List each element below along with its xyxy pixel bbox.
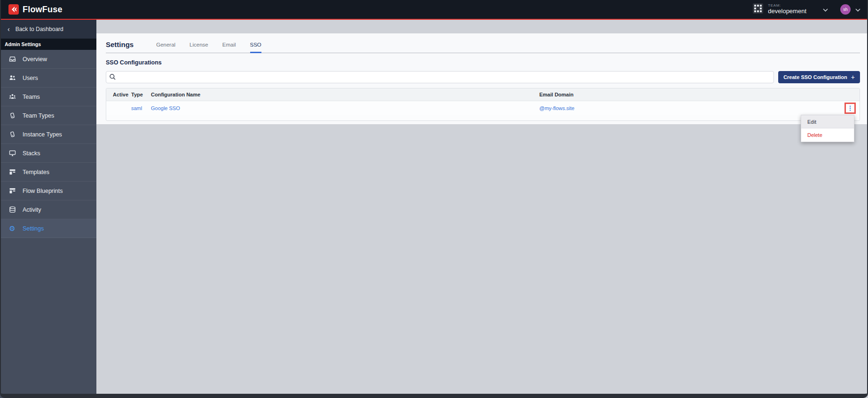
sidebar-item-label: Settings: [23, 225, 44, 232]
team-meta: TEAM: developement: [768, 4, 806, 15]
sidebar-section-label: Admin Settings: [0, 39, 96, 50]
sidebar-item-stacks[interactable]: Stacks: [0, 144, 96, 163]
gear-icon: ⚙: [8, 225, 16, 232]
sidebar-item-team-types[interactable]: Team Types: [0, 106, 96, 125]
page-header: Settings General License Email SSO: [106, 33, 860, 53]
page-title: Settings: [106, 40, 134, 48]
sidebar-item-label: Users: [23, 75, 38, 81]
table-header-row: Active Type Configuration Name Email Dom…: [106, 88, 860, 101]
tab-sso[interactable]: SSO: [250, 36, 261, 53]
sidebar-item-teams[interactable]: Teams: [0, 88, 96, 106]
top-navbar: FlowFuse TEAM: developement: [0, 0, 868, 19]
chevron-left-icon: ‹: [8, 26, 10, 32]
toolbar: Create SSO Configuration +: [106, 71, 860, 83]
column-header-configuration-name: Configuration Name: [151, 92, 539, 97]
chevron-down-icon: [855, 5, 860, 14]
sidebar-item-label: Stacks: [23, 150, 40, 157]
flowfuse-logo-icon: [8, 4, 19, 15]
sidebar-item-label: Activity: [23, 207, 41, 213]
plus-icon: +: [851, 74, 855, 80]
tab-license[interactable]: License: [189, 36, 208, 53]
team-name: developement: [768, 8, 806, 15]
sidebar-item-label: Flow Blueprints: [23, 188, 63, 194]
sidebar-item-overview[interactable]: Overview: [0, 50, 96, 69]
section-title: SSO Configurations: [106, 59, 860, 66]
table-footer: [106, 115, 860, 120]
main-content: Settings General License Email SSO SSO C…: [96, 20, 868, 398]
flowfuse-admin-app: FlowFuse TEAM: developement: [0, 0, 868, 398]
settings-panel: Settings General License Email SSO SSO C…: [96, 33, 868, 124]
user-menu[interactable]: sh: [840, 4, 860, 15]
sidebar-item-flow-blueprints[interactable]: Flow Blueprints: [0, 182, 96, 200]
kebab-menu-button[interactable]: ⋮: [844, 103, 856, 114]
table-row: saml Google SSO @my-flows.site ⋮: [106, 101, 860, 115]
tray-icon: [8, 56, 16, 63]
team-identicon: [752, 3, 764, 16]
search-wrap: [106, 71, 774, 83]
menu-item-delete[interactable]: Delete: [801, 128, 854, 142]
row-context-menu: Edit Delete: [801, 115, 854, 142]
search-icon: [109, 73, 116, 82]
back-label: Back to Dashboard: [16, 26, 63, 32]
template-icon: [8, 168, 16, 176]
create-sso-configuration-button[interactable]: Create SSO Configuration +: [778, 71, 860, 83]
ticket-icon: [8, 131, 16, 138]
tab-general[interactable]: General: [156, 36, 175, 53]
sidebar-item-settings[interactable]: ⚙ Settings: [0, 219, 96, 238]
sidebar-item-label: Overview: [23, 56, 47, 63]
sidebar-item-templates[interactable]: Templates: [0, 163, 96, 182]
settings-tabs: General License Email SSO: [156, 36, 261, 53]
ticket-icon: [8, 112, 16, 119]
row-actions: ⋮: [829, 103, 860, 114]
avatar: sh: [840, 4, 851, 15]
sidebar-item-label: Instance Types: [23, 131, 62, 138]
sidebar-item-instance-types[interactable]: Instance Types: [0, 125, 96, 144]
column-header-type: Type: [131, 92, 151, 97]
tab-email[interactable]: Email: [222, 36, 236, 53]
search-input[interactable]: [106, 71, 774, 83]
menu-item-edit[interactable]: Edit: [801, 115, 854, 128]
sidebar-item-activity[interactable]: Activity: [0, 200, 96, 219]
cell-type-link[interactable]: saml: [131, 105, 142, 111]
desktop-icon: [8, 150, 16, 157]
sidebar-item-users[interactable]: Users: [0, 69, 96, 88]
database-icon: [8, 206, 16, 214]
sidebar-item-label: Teams: [23, 94, 40, 100]
sso-configurations-table: Active Type Configuration Name Email Dom…: [106, 88, 860, 121]
cell-configuration-name-link[interactable]: Google SSO: [151, 105, 180, 111]
user-group-icon: [8, 93, 16, 101]
back-to-dashboard[interactable]: ‹ Back to Dashboard: [0, 20, 96, 39]
column-header-active: Active: [113, 92, 131, 97]
column-header-email-domain: Email Domain: [539, 92, 829, 97]
sidebar-item-label: Team Types: [23, 112, 54, 119]
template-icon: [8, 187, 16, 195]
brand-name: FlowFuse: [23, 5, 63, 15]
kebab-menu-icon: ⋮: [847, 105, 853, 111]
chevron-down-icon: [823, 5, 828, 14]
create-button-label: Create SSO Configuration: [783, 74, 847, 80]
admin-sidebar: ‹ Back to Dashboard Admin Settings Overv…: [0, 20, 96, 398]
navbar-right: TEAM: developement sh: [752, 3, 860, 16]
sidebar-item-label: Templates: [23, 169, 49, 175]
team-selector[interactable]: TEAM: developement: [752, 3, 828, 16]
cell-email-domain-link[interactable]: @my-flows.site: [539, 105, 575, 111]
users-icon: [8, 74, 16, 82]
flowfuse-logo[interactable]: FlowFuse: [8, 4, 63, 15]
